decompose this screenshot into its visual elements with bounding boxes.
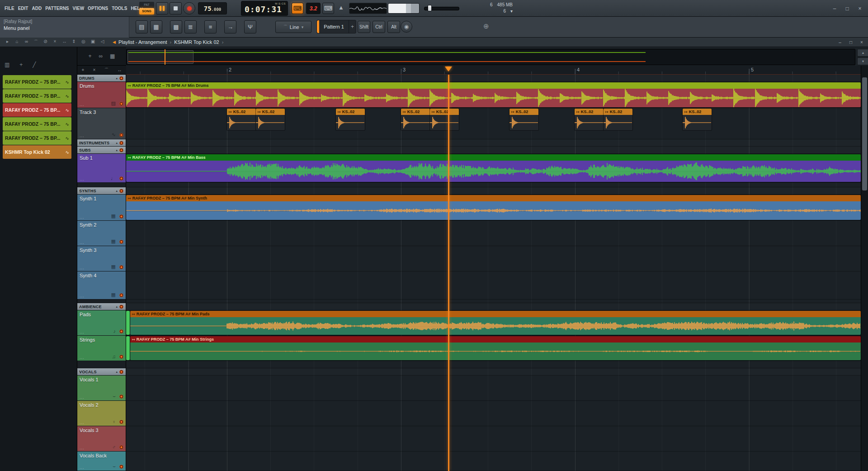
modifier-shift[interactable]: Shift xyxy=(358,21,370,33)
audio-clip-drums[interactable]: ↦RAFAY PRODZ – 75 BPM A# Min Drums xyxy=(126,82,861,107)
collapse-icon[interactable]: ▴ xyxy=(116,148,118,152)
playlist-subtitle[interactable]: KSHMR Top Kick 02 xyxy=(174,39,219,45)
record-arm-dot[interactable] xyxy=(119,133,123,137)
record-arm-dot[interactable] xyxy=(119,465,123,469)
playlist-navigator[interactable] xyxy=(126,49,855,65)
track-lane-track-3[interactable]: ↦KS..02↦KS..02↦KS..02↦KS..02↦KS..02↦KS..… xyxy=(126,108,861,139)
playhead-marker[interactable] xyxy=(445,67,452,71)
clip-menu-icon[interactable]: ↦ xyxy=(132,338,135,342)
record-arm-dot[interactable] xyxy=(119,329,123,333)
tempo-display[interactable]: 75 .000 xyxy=(198,2,227,14)
track-options[interactable]: ... xyxy=(80,294,85,298)
track-header-vocals-3[interactable]: Vocals 3...♂ xyxy=(77,426,126,452)
group-header-drums[interactable]: DRUMS▴ xyxy=(77,75,126,82)
close-button[interactable]: × xyxy=(854,4,865,14)
track-header-drums[interactable]: Drums...▨ xyxy=(77,82,126,108)
volume-knob[interactable] xyxy=(428,5,432,11)
v-scroll-icon[interactable]: ⇕ xyxy=(71,39,77,45)
clip-menu-icon[interactable]: ↦ xyxy=(132,312,135,316)
group-header-synths[interactable]: SYNTHS▴ xyxy=(77,187,126,195)
track-lane-synth-4[interactable] xyxy=(126,271,861,300)
track-header-synth-4[interactable]: Synth 4...▦ xyxy=(77,271,126,300)
pat-mode-button[interactable]: PAT xyxy=(139,2,154,8)
playlist-button[interactable]: ▤ xyxy=(136,20,148,33)
close-button[interactable]: × xyxy=(857,39,866,46)
clip-header[interactable]: ↦KS..02 xyxy=(336,109,365,115)
clip-header[interactable]: ↦RAFAY PRODZ – 75 BPM A# Min Drums xyxy=(126,82,861,89)
picker-slope-icon[interactable]: ╱ xyxy=(33,62,36,68)
delete-track-icon[interactable]: × xyxy=(93,67,95,72)
track-options[interactable]: ... xyxy=(80,215,85,219)
event-list-button[interactable]: ≣ xyxy=(184,20,197,33)
pause-button[interactable] xyxy=(156,2,168,14)
clip-menu-icon[interactable]: ↦ xyxy=(403,110,406,114)
clip-menu-icon[interactable]: ↦ xyxy=(128,156,131,160)
picker-item[interactable]: RAFAY PRODZ – 75 BP...∿ xyxy=(3,131,71,145)
menu-tools[interactable]: TOOLS xyxy=(110,6,129,11)
track-header-synth-2[interactable]: Synth 2...▦ xyxy=(77,221,126,246)
track-header-synth-1[interactable]: Synth 1...▦ xyxy=(77,195,126,221)
add-track-icon[interactable]: + xyxy=(82,67,85,72)
song-mode-button[interactable]: SONG xyxy=(139,8,154,14)
track-lane-vocals-1[interactable] xyxy=(126,376,861,401)
spacer-lane[interactable] xyxy=(126,183,861,187)
audio-clip-kick[interactable]: ↦KS..02 xyxy=(401,109,430,130)
spacer-lane[interactable] xyxy=(126,300,861,303)
clip-header[interactable]: ↦KS..02 xyxy=(401,109,430,115)
clip-menu-icon[interactable]: ↦ xyxy=(128,84,131,88)
record-arm-dot[interactable] xyxy=(119,102,123,106)
record-arm-dot[interactable] xyxy=(119,395,123,399)
group-lane[interactable] xyxy=(126,368,861,376)
clip-tail[interactable] xyxy=(126,311,130,335)
pattern-selector[interactable]: Pattern 1 + xyxy=(316,20,356,33)
track-lane-pads[interactable]: ↦RAFAY PRODZ – 75 BPM A# Min Pads xyxy=(126,310,861,336)
picker-item[interactable]: RAFAY PRODZ – 75 BP...∿ xyxy=(3,75,71,89)
track-header-vocals-2[interactable]: Vocals 2...♀ xyxy=(77,401,126,426)
record-arm-dot[interactable] xyxy=(119,445,123,449)
metronome-icon[interactable]: ▲ xyxy=(338,4,344,11)
collapse-icon[interactable]: ▴ xyxy=(116,305,118,309)
nav-scroll-down[interactable]: ▾ xyxy=(857,57,868,65)
record-arm-dot[interactable] xyxy=(119,355,123,359)
track-options[interactable]: ... xyxy=(80,133,85,138)
track-lane-strings[interactable]: ↦RAFAY PRODZ – 75 BPM A# Min Strings xyxy=(126,336,861,361)
mic-button[interactable]: Ψ xyxy=(244,20,256,33)
clip-menu-icon[interactable]: ↦ xyxy=(258,110,261,114)
playlist-speaker-icon[interactable]: ◀ xyxy=(113,40,116,44)
link-icon[interactable]: ∞ xyxy=(24,39,29,45)
clip-header[interactable]: ↦KS..02 xyxy=(227,109,256,115)
track-lane-sub-1[interactable]: ↦RAFAY PRODZ – 75 BPM A# Min Bass xyxy=(126,154,861,183)
slash-circle-icon[interactable]: ⊘ xyxy=(42,39,48,45)
clip-header[interactable]: ↦KS..02 xyxy=(509,109,538,115)
group-lane[interactable] xyxy=(126,303,861,310)
record-button[interactable] xyxy=(183,2,195,14)
collapse-icon[interactable]: ▴ xyxy=(116,141,118,145)
audio-clip-kick[interactable]: ↦KS..02 xyxy=(227,109,256,130)
record-arm-dot[interactable] xyxy=(119,141,123,145)
record-arm-dot[interactable] xyxy=(119,214,123,219)
audio-clip-pads[interactable]: ↦RAFAY PRODZ – 75 BPM A# Min Pads xyxy=(130,311,861,335)
piano-roll-button[interactable]: ▩ xyxy=(170,20,182,33)
group-header-ambience[interactable]: AMBIENCE▴ xyxy=(77,303,126,310)
audio-clip-kick[interactable]: ↦KS..02 xyxy=(604,109,632,130)
clip-header[interactable]: ↦RAFAY PRODZ – 75 BPM A# Min Synth xyxy=(126,195,861,201)
track-header-strings[interactable]: Strings...♫ xyxy=(77,336,126,361)
picker-item[interactable]: KSHMR Top Kick 02∿ xyxy=(3,145,71,159)
record-arm-dot[interactable] xyxy=(119,148,123,152)
picker-item[interactable]: RAFAY PRODZ – 75 BP...∿ xyxy=(3,103,71,117)
scrollbar-thumb[interactable] xyxy=(862,77,867,190)
clip-header[interactable]: ↦KS..02 xyxy=(575,109,604,115)
nav-scroll-up[interactable]: ▴ xyxy=(857,49,868,57)
group-lane[interactable] xyxy=(126,75,861,82)
move-tool-icon[interactable]: + xyxy=(89,53,92,59)
track-lane-synth-1[interactable]: ↦RAFAY PRODZ – 75 BPM A# Min Synth xyxy=(126,195,861,221)
globe-icon[interactable]: ⊕ xyxy=(483,22,489,30)
menu-view[interactable]: VIEW xyxy=(71,6,86,11)
picker-item[interactable]: RAFAY PRODZ – 75 BP...∿ xyxy=(3,117,71,131)
audio-clip-bass[interactable]: ↦RAFAY PRODZ – 75 BPM A# Min Bass xyxy=(126,154,861,182)
maximize-button[interactable]: □ xyxy=(846,39,855,46)
audio-clip-kick[interactable]: ↦KS..02 xyxy=(509,109,538,130)
playlist-titlebar[interactable]: ▸⌂∞⌒⊘×↔⇕◎▣◁ ◀ Playlist - Arrangement › K… xyxy=(0,38,868,47)
channel-rack-button[interactable]: ▦ xyxy=(150,20,162,33)
typing-keyboard-icon[interactable]: ⌨ xyxy=(292,3,303,14)
